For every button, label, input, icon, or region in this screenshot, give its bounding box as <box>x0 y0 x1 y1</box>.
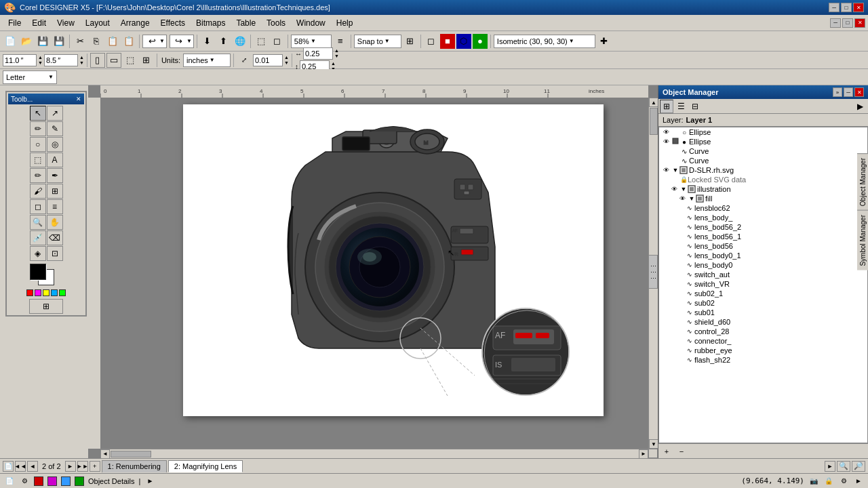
blue-color-btn[interactable] <box>51 289 58 296</box>
page-back-btn[interactable]: ◄ <box>27 461 38 472</box>
tree-curve1[interactable]: ∿ Curve <box>659 146 867 156</box>
page-tab-2[interactable]: 2: Magnifying Lens <box>168 460 243 472</box>
toolbox-close-icon[interactable]: ✕ <box>76 96 81 102</box>
tree-fill[interactable]: 👁 ▼ fill <box>659 194 867 203</box>
app-close-doc[interactable]: ✕ <box>854 18 865 28</box>
menu-bitmaps[interactable]: Bitmaps <box>191 16 231 30</box>
obj-all-view-btn[interactable]: ⊟ <box>688 100 702 113</box>
pen-tool[interactable]: ✒ <box>47 168 63 183</box>
page-prev-btn[interactable]: ◄◄ <box>15 461 26 472</box>
status-right-icon1[interactable]: 📷 <box>808 476 819 487</box>
page-height-up[interactable]: ▲ <box>79 55 84 60</box>
object-details-label[interactable]: Object Details <box>88 477 134 485</box>
tab-scroll-right[interactable]: ► <box>825 461 835 472</box>
obj-mgr-arrow-btn[interactable]: ▶ <box>853 100 867 113</box>
export-button[interactable]: ⬆ <box>216 34 231 49</box>
paste-button[interactable]: 📋 <box>105 34 120 49</box>
rectangle-tool[interactable]: ⬚ <box>30 152 46 167</box>
obj-layers-view-btn[interactable]: ⊞ <box>660 100 673 113</box>
fill-expand[interactable]: ▼ <box>688 195 696 202</box>
shape-tool[interactable]: ◻ <box>30 199 46 214</box>
illus-expand[interactable]: ▼ <box>679 186 688 192</box>
delete-layer-btn[interactable]: − <box>675 445 688 458</box>
outline-color-btn[interactable]: ⬡ <box>456 34 471 49</box>
drawing-page[interactable]: M <box>183 104 604 416</box>
freehand-tool[interactable]: ✏ <box>30 121 46 136</box>
status-right-icon3[interactable]: ⚙ <box>838 476 849 487</box>
tree-lens-body0[interactable]: ∿ lens_body0 <box>659 260 867 270</box>
cut-button[interactable]: ✂ <box>73 34 87 49</box>
scroll-thumb-v[interactable] <box>650 108 658 135</box>
maximize-button[interactable]: □ <box>841 3 852 12</box>
snap-dropdown[interactable]: Snap to ▼ <box>354 35 401 48</box>
red-color-btn[interactable] <box>26 289 33 296</box>
transform-tool[interactable]: ⊞ <box>29 299 63 314</box>
open-button[interactable]: 📂 <box>19 34 34 49</box>
save-as-button[interactable]: 💾 <box>52 34 66 49</box>
units-dropdown[interactable]: inches ▼ <box>183 54 231 67</box>
ellipse-tool[interactable]: ○ <box>30 137 46 152</box>
app-minimize-doc[interactable]: ─ <box>830 18 841 28</box>
grid-add-btn[interactable]: ✚ <box>597 34 612 49</box>
minimize-button[interactable]: ─ <box>829 3 840 12</box>
tree-lens-bod56-2[interactable]: ∿ lens_bod56_2 <box>659 222 867 232</box>
snap-toggle-btn[interactable]: ◻ <box>424 34 439 49</box>
menu-help[interactable]: Help <box>331 16 359 30</box>
y-up[interactable]: ▲ <box>331 61 336 66</box>
fill-tool[interactable]: ≡ <box>47 199 63 214</box>
side-tab-obj-manager[interactable]: Object Manager <box>857 153 868 210</box>
nudge-up[interactable]: ▲ <box>284 55 289 60</box>
pan-tool[interactable]: ✋ <box>47 215 63 230</box>
tree-connector[interactable]: ∿ connector_ <box>659 336 867 346</box>
save-button[interactable]: 💾 <box>35 34 50 49</box>
menu-effects[interactable]: Effects <box>155 16 191 30</box>
menu-window[interactable]: Window <box>291 16 331 30</box>
redo-dropdown-button[interactable]: ▼ <box>186 38 192 44</box>
tree-lensbloc62[interactable]: ∿ lensbloc62 <box>659 203 867 213</box>
menu-file[interactable]: File <box>3 16 26 30</box>
menu-arrange[interactable]: Arrange <box>115 16 155 30</box>
portrait-button[interactable]: ▯ <box>90 53 105 68</box>
page-width-down[interactable]: ▼ <box>38 60 43 66</box>
page-tab-1[interactable]: 1: Renumbering <box>102 460 167 472</box>
fill-color-btn[interactable]: ■ <box>440 34 455 49</box>
page-border-button[interactable]: ⬚ <box>123 53 138 68</box>
tree-illustration[interactable]: 👁 ▼ illustration <box>659 184 867 194</box>
fill-icon-btn[interactable]: ⬚ <box>254 34 269 49</box>
menu-view[interactable]: View <box>52 16 80 30</box>
status-icon2[interactable]: ⚙ <box>19 476 30 487</box>
text-tool[interactable]: A <box>47 152 63 167</box>
tree-ellipse1[interactable]: 👁 ○ Ellipse <box>659 127 867 137</box>
outline-color-box[interactable] <box>30 264 46 280</box>
tree-rubber-eye[interactable]: ∿ rubber_eye <box>659 346 867 355</box>
tree-curve2[interactable]: ∿ Curve <box>659 156 867 165</box>
yellow-color-btn[interactable] <box>43 289 50 296</box>
obj-mgr-minimize-btn[interactable]: ─ <box>844 87 853 97</box>
menu-tools[interactable]: Tools <box>261 16 291 30</box>
page-width-field[interactable]: 11.0 ″ <box>3 54 37 66</box>
menu-layout[interactable]: Layout <box>80 16 115 30</box>
landscape-button[interactable]: ▭ <box>106 53 121 68</box>
scrollbar-horizontal[interactable]: ◄ ► <box>100 449 648 458</box>
tree-lens-body0-1[interactable]: ∿ lens_body0_1 <box>659 251 867 260</box>
tree-lens-bod56-1[interactable]: ∿ lens_bod56_1 <box>659 232 867 241</box>
crop-tool[interactable]: ⊡ <box>47 246 63 261</box>
page-height-field[interactable]: 8.5 ″ <box>44 54 78 66</box>
page-fwd-btn[interactable]: ► <box>65 461 76 472</box>
new-button[interactable]: 📄 <box>3 34 18 49</box>
tree-switch-aut[interactable]: ∿ switch_aut <box>659 270 867 279</box>
tree-sub02-1[interactable]: ∿ sub02_1 <box>659 289 867 298</box>
redo-button[interactable]: ↪ <box>172 34 186 49</box>
node-tool[interactable]: ◈ <box>30 246 46 261</box>
scroll-right-btn[interactable]: ► <box>639 449 648 459</box>
bezier-tool[interactable]: ✎ <box>47 121 63 136</box>
snap-settings-btn[interactable]: ⊞ <box>403 34 418 49</box>
page-last-btn[interactable]: ►► <box>77 461 88 472</box>
paper-dropdown[interactable]: Letter ▼ <box>3 70 57 84</box>
x-up[interactable]: ▲ <box>334 48 339 54</box>
status-expand-btn[interactable]: ► <box>144 476 155 487</box>
side-tab-symbol-manager[interactable]: Symbol Manager <box>857 210 868 270</box>
new-layer-btn[interactable]: + <box>660 445 673 458</box>
table-tool[interactable]: ⊞ <box>47 184 63 199</box>
nudge-down[interactable]: ▼ <box>284 60 289 66</box>
